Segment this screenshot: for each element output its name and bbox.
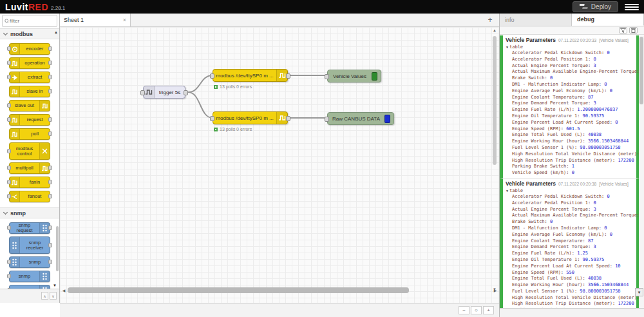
scroll-left-icon[interactable]: ◀ bbox=[60, 288, 68, 293]
palette-section-modbus[interactable]: modbus bbox=[0, 28, 59, 39]
debug-message-header: Vehicle Parameters07.11.2022 00:20:38[Ve… bbox=[506, 180, 634, 187]
node-modbus-poll-1[interactable]: modbus /dev/ttySP0 m ... bbox=[213, 69, 288, 82]
palette-node-encoder[interactable]: encoder bbox=[9, 43, 50, 55]
palette-node-fanin[interactable]: fanin bbox=[9, 177, 50, 188]
palette-collapse-all-button[interactable]: ∧ bbox=[41, 292, 48, 300]
palette-section-snmp[interactable]: snmp bbox=[0, 207, 59, 218]
debug-property-row: Engine Percent Load At Current Speed: 0 bbox=[512, 120, 634, 126]
node-trigger[interactable]: trigger 5s bbox=[143, 86, 185, 99]
input-port bbox=[7, 274, 11, 278]
debug-property-row: High Resolution Trip Distance (meter): 1… bbox=[512, 301, 634, 307]
add-tab-button[interactable]: + bbox=[485, 15, 495, 25]
debug-property-row: High Resolution Trip Distance (meter): 1… bbox=[512, 158, 634, 164]
palette-node-slave-out[interactable]: slave out bbox=[9, 100, 50, 111]
input-port[interactable] bbox=[325, 74, 329, 79]
tab-sheet-1[interactable]: Sheet 1 × bbox=[60, 14, 131, 26]
flow-tabbar: Sheet 1 × + bbox=[60, 14, 499, 27]
debug-message-list[interactable]: Vehicle Parameters07.11.2022 00:20:33[Ve… bbox=[500, 35, 639, 308]
input-port[interactable] bbox=[210, 116, 214, 121]
palette-node-snmp[interactable]: snmp bbox=[9, 256, 50, 268]
palette-node-slave-in[interactable]: slave in bbox=[9, 86, 50, 97]
input-port bbox=[7, 180, 11, 184]
canvas-horizontal-scrollbar[interactable]: ◀ ▶ bbox=[60, 286, 499, 294]
node-label: modbus /dev/ttySP0 m ... bbox=[213, 112, 276, 124]
palette-node-snmp-request[interactable]: snmp request bbox=[9, 222, 50, 234]
triangle-down-icon: ▼ bbox=[506, 189, 508, 193]
debug-scrollbar[interactable]: ▼ bbox=[639, 35, 644, 308]
palette-node-extract[interactable]: extract bbox=[9, 72, 50, 83]
palette-node-label: encoder bbox=[20, 44, 50, 54]
property-value: 0 bbox=[593, 200, 596, 206]
hscroll-thumb[interactable] bbox=[68, 287, 409, 293]
chevron-down-icon bbox=[3, 210, 8, 215]
node-debug-raw-canbus[interactable]: Raw CANBUS DATA bbox=[327, 112, 394, 125]
scroll-down-icon[interactable]: ▼ bbox=[491, 287, 498, 294]
property-value: 601.5 bbox=[566, 126, 580, 131]
dots-icon bbox=[10, 237, 20, 253]
property-key: Engine Percent Load At Current Speed: bbox=[512, 120, 615, 125]
debug-toggle-button[interactable] bbox=[378, 72, 387, 81]
palette-scroll-down-icon[interactable]: ▼ bbox=[53, 283, 57, 287]
zoom-reset-button[interactable]: ○ bbox=[471, 306, 482, 314]
clear-messages-button[interactable] bbox=[629, 27, 638, 34]
palette-node-operation[interactable]: operation bbox=[9, 57, 50, 69]
palette-node-fanout[interactable]: fanout bbox=[9, 191, 50, 202]
zoom-out-button[interactable]: − bbox=[459, 306, 469, 314]
node-modbus-poll-2[interactable]: modbus /dev/ttySP0 m ... bbox=[213, 111, 288, 124]
input-port[interactable] bbox=[140, 90, 145, 95]
palette-node-snmp-receiver[interactable]: snmp receiver bbox=[9, 236, 50, 254]
input-port[interactable] bbox=[210, 73, 214, 79]
palette-scrollbar[interactable] bbox=[56, 226, 59, 271]
input-port[interactable] bbox=[325, 117, 329, 122]
tab-info[interactable]: info bbox=[500, 14, 572, 26]
property-key: Accelerator Pedal Kickdown Switch: bbox=[512, 50, 607, 55]
scroll-to-bottom-button[interactable]: ▼ bbox=[635, 288, 643, 296]
pulse-icon bbox=[39, 101, 50, 111]
palette-node-request[interactable]: request bbox=[9, 114, 50, 126]
zoom-controls: − ○ + bbox=[459, 306, 494, 314]
tab-close-icon[interactable]: × bbox=[123, 17, 126, 23]
palette-filter[interactable] bbox=[2, 15, 57, 27]
palette-node-label: extract bbox=[20, 72, 50, 82]
palette-node-poll[interactable]: poll bbox=[9, 128, 50, 140]
debug-property-row: Actual Maximum Available Engine-Percent … bbox=[512, 69, 634, 75]
debug-property-row: Engine Average Fuel Economy (km/L): 0 bbox=[512, 232, 634, 238]
scroll-up-icon[interactable]: ▲ bbox=[491, 28, 498, 35]
palette-scroll-up-icon[interactable]: ▲ bbox=[54, 30, 58, 34]
tab-debug[interactable]: debug bbox=[572, 14, 644, 26]
zoom-in-button[interactable]: + bbox=[483, 306, 494, 314]
input-port bbox=[7, 166, 11, 170]
vscroll-thumb[interactable] bbox=[493, 36, 497, 165]
output-port bbox=[48, 61, 52, 65]
debug-message-source: [Vehicle Values] bbox=[599, 182, 629, 186]
debug-property-row: Engine Fuel Rate (L/h): 1.25 bbox=[512, 251, 634, 257]
palette-filter-input[interactable] bbox=[10, 18, 55, 24]
deploy-button[interactable]: Deploy bbox=[573, 1, 618, 12]
dots-icon bbox=[10, 257, 20, 267]
tab-label: Sheet 1 bbox=[64, 17, 84, 23]
palette-node-snmp[interactable]: snmp bbox=[9, 271, 50, 282]
hamburger-menu-icon[interactable] bbox=[625, 1, 639, 12]
palette-expand-all-button[interactable]: ∨ bbox=[50, 292, 57, 300]
property-value: 1.25 bbox=[577, 251, 588, 256]
property-value: 0 bbox=[604, 226, 607, 231]
property-key: Fuel Level Sensor 1 (%): bbox=[512, 289, 580, 294]
property-value: 3 bbox=[593, 63, 596, 68]
palette-node-multipoll[interactable]: multipoll bbox=[9, 162, 50, 174]
property-key: Actual Engine Percent Torque: bbox=[512, 63, 593, 68]
deploy-icon bbox=[580, 3, 588, 10]
filter-messages-button[interactable] bbox=[619, 27, 627, 34]
debug-scroll-thumb[interactable] bbox=[639, 37, 643, 104]
output-port[interactable] bbox=[184, 90, 188, 95]
debug-message-timestamp: 07.11.2022 00:20:33 bbox=[558, 38, 596, 43]
output-port[interactable] bbox=[286, 116, 290, 121]
palette-node-modbus-control[interactable]: modbus control bbox=[9, 142, 50, 160]
debug-toggle-button[interactable] bbox=[391, 114, 400, 124]
debug-object-expander[interactable]: ▼table bbox=[506, 44, 634, 50]
output-port[interactable] bbox=[286, 73, 290, 79]
node-debug-vehicle-values[interactable]: Vehicle Values bbox=[327, 70, 381, 82]
flow-canvas[interactable]: trigger 5s modbus /dev/ttySP0 m ... 13 p… bbox=[60, 27, 499, 303]
debug-object-expander[interactable]: ▼table bbox=[506, 188, 634, 193]
property-key: Engine Oil Temperature 1: bbox=[512, 113, 583, 119]
canvas-vertical-scrollbar[interactable]: ▲ ▼ bbox=[491, 28, 498, 294]
